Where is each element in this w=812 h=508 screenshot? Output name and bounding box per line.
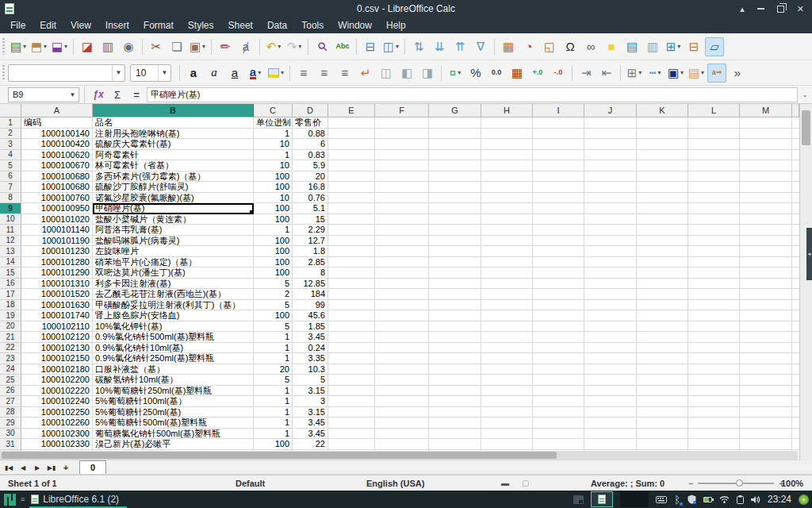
cell-I11[interactable]	[533, 225, 584, 236]
cell-C4[interactable]: 1	[254, 150, 293, 161]
cell-H22[interactable]	[481, 343, 533, 354]
cell-H27[interactable]	[481, 396, 533, 407]
cell-K11[interactable]	[637, 225, 688, 236]
dropdown-arrow-icon[interactable]: ▾	[658, 69, 661, 76]
shade-window-icon[interactable]: ▴	[740, 5, 745, 13]
cell-E13[interactable]	[328, 246, 375, 257]
cell-A15[interactable]: 1000101290	[21, 267, 93, 279]
column-header-M[interactable]: M	[740, 104, 792, 117]
cell-B12[interactable]: 盐酸吗啉胍片(病毒灵)	[93, 236, 254, 247]
cell-M26[interactable]	[740, 386, 792, 397]
cell-E29[interactable]	[328, 418, 375, 429]
cell-E23[interactable]	[328, 353, 375, 364]
cell-L9[interactable]	[688, 203, 740, 214]
menu-styles[interactable]: Styles	[181, 18, 221, 33]
cell-H8[interactable]	[481, 193, 533, 204]
cell-K17[interactable]	[637, 289, 688, 300]
cell-F2[interactable]	[375, 129, 429, 140]
cell-L11[interactable]	[688, 225, 740, 236]
cell-M7[interactable]	[740, 182, 792, 193]
cell-K5[interactable]	[637, 160, 688, 171]
cell-K3[interactable]	[637, 139, 688, 150]
cell-J2[interactable]	[584, 129, 637, 140]
cell-K14[interactable]	[637, 257, 688, 268]
row-header-21[interactable]: 21	[0, 332, 21, 343]
cell-J26[interactable]	[584, 386, 637, 397]
cell-F3[interactable]	[375, 139, 429, 150]
cell-B19[interactable]: 肾上腺色腙片(安络血)	[93, 310, 254, 321]
insert-pivot-table-button[interactable]: ◱	[540, 37, 559, 56]
cell-F27[interactable]	[375, 396, 429, 407]
cell-H26[interactable]	[481, 386, 533, 397]
row-header-7[interactable]: 7	[0, 182, 21, 193]
cell-G15[interactable]	[429, 267, 481, 279]
cell-A3[interactable]: 1000100420	[21, 139, 93, 150]
cell-B8[interactable]: 诺氟沙星胶囊(氟哌酸)(基)	[93, 193, 254, 204]
cell-M21[interactable]	[740, 332, 792, 343]
cell-I13[interactable]	[533, 246, 584, 257]
menu-edit[interactable]: Edit	[33, 18, 63, 33]
cell-D30[interactable]: 3.45	[293, 429, 328, 440]
cell-H31[interactable]	[481, 439, 533, 450]
print-preview-button[interactable]: ◉	[119, 37, 138, 56]
cell-D31[interactable]: 22	[293, 439, 328, 450]
cell-L31[interactable]	[688, 439, 740, 450]
cell-B13[interactable]: 左旋咪唑片	[93, 246, 254, 257]
cell-G10[interactable]	[429, 214, 481, 225]
align-center-button[interactable]: ≡	[315, 64, 334, 83]
export-pdf-button[interactable]: ◪	[78, 37, 97, 56]
cell-H29[interactable]	[481, 418, 533, 429]
cell-L8[interactable]	[688, 193, 740, 204]
cell-B27[interactable]: 5%葡萄糖针100ml(基）	[93, 396, 254, 407]
cell-C25[interactable]: 5	[254, 375, 293, 386]
cell-B18[interactable]: 甲磺酸酚妥拉明注射液(利其丁)（基）	[93, 300, 254, 311]
cell-B29[interactable]: 5%葡萄糖针500ml(基)塑料瓶	[93, 418, 254, 429]
cell-C31[interactable]: 100	[254, 439, 293, 450]
dropdown-arrow-icon[interactable]: ▾	[458, 69, 461, 76]
cell-F30[interactable]	[375, 429, 429, 440]
dropdown-arrow-icon[interactable]: ▾	[202, 43, 205, 50]
draw-functions-button[interactable]: ▱	[705, 37, 724, 56]
special-character-button[interactable]: Ω	[561, 37, 580, 56]
cell-C28[interactable]: 1	[254, 407, 293, 418]
cell-E7[interactable]	[328, 182, 375, 193]
cell-H18[interactable]	[481, 300, 533, 311]
cell-L23[interactable]	[688, 353, 740, 364]
dropdown-arrow-icon[interactable]: ▾	[298, 43, 301, 50]
cell-A25[interactable]: 1000102200	[21, 375, 93, 386]
cell-F17[interactable]	[375, 289, 429, 300]
cell-L28[interactable]	[688, 407, 740, 418]
cell-L7[interactable]	[688, 182, 740, 193]
chevron-down-icon[interactable]: ▼	[67, 91, 79, 98]
column-header-L[interactable]: L	[688, 104, 740, 117]
cell-E22[interactable]	[328, 343, 375, 354]
cell-L21[interactable]	[688, 332, 740, 343]
cell-M10[interactable]	[740, 214, 792, 225]
cell-G23[interactable]	[429, 353, 481, 364]
cell-M29[interactable]	[740, 418, 792, 429]
row-header-18[interactable]: 18	[0, 300, 21, 311]
cell-I21[interactable]	[533, 332, 584, 343]
cell-K4[interactable]	[637, 150, 688, 161]
dropdown-arrow-icon[interactable]: ▾	[701, 69, 704, 76]
cell-F23[interactable]	[375, 353, 429, 364]
cell-C27[interactable]: 1	[254, 396, 293, 407]
cell-F13[interactable]	[375, 246, 429, 257]
clipboard-icon[interactable]	[737, 495, 744, 504]
cell-I22[interactable]	[533, 343, 584, 354]
cell-E6[interactable]	[328, 171, 375, 183]
update-notifier-icon[interactable]	[799, 495, 809, 505]
row-header-11[interactable]: 11	[0, 225, 21, 236]
cell-D8[interactable]: 0.76	[293, 193, 328, 204]
cell-D27[interactable]: 3	[293, 396, 328, 407]
cell-H12[interactable]	[481, 236, 533, 247]
add-sheet-icon[interactable]: +	[59, 461, 73, 474]
cell-G11[interactable]	[429, 225, 481, 236]
cell-K21[interactable]	[637, 332, 688, 343]
font-name-combo[interactable]: ▼	[8, 64, 125, 82]
cell-D3[interactable]: 6	[293, 139, 328, 150]
cell-A20[interactable]: 1000102110	[21, 321, 93, 333]
column-header-F[interactable]: F	[375, 104, 429, 117]
align-right-button[interactable]: ≡	[335, 64, 354, 83]
cell-B21[interactable]: 0.9%氯化钠针500ml(基)塑料瓶	[93, 332, 254, 343]
